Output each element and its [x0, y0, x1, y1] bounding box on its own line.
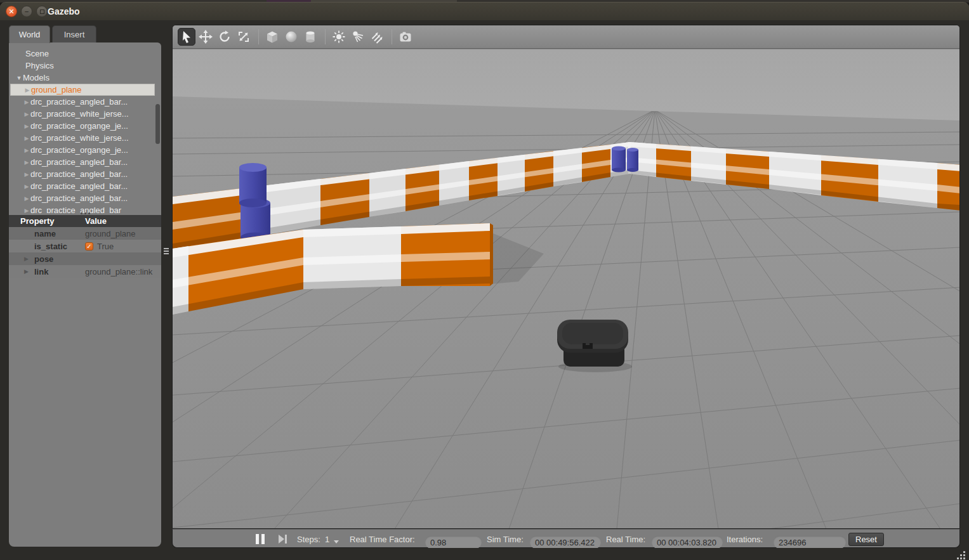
step-button[interactable]	[279, 530, 287, 549]
screenshot-tool[interactable]	[397, 28, 414, 46]
model-tree: Scene Physics ▼ Models ▶ground_plane ▶dr…	[9, 42, 161, 213]
tree-item-model[interactable]: ▶drc_practice_angled_bar...	[10, 180, 155, 192]
spot-light-tool[interactable]	[349, 28, 367, 46]
maximize-button[interactable]	[36, 6, 48, 17]
tree-item-model[interactable]: ▶drc_practice_organge_je...	[10, 144, 155, 156]
sphere-icon	[284, 30, 298, 44]
chevron-right-icon[interactable]: ▶	[23, 183, 30, 190]
cylinder-shape-tool[interactable]	[301, 28, 319, 46]
cube-icon	[265, 30, 279, 44]
chevron-right-icon[interactable]: ▶	[23, 111, 30, 117]
chevron-down-icon[interactable]: ▼	[15, 75, 23, 81]
model-robot[interactable]	[557, 320, 632, 372]
steps-value[interactable]: 1	[325, 530, 329, 549]
tree-item-physics[interactable]: Physics	[10, 60, 155, 72]
steps-spinner-arrow[interactable]	[331, 530, 339, 549]
sun-icon	[332, 30, 346, 44]
tree-item-model[interactable]: ▶drc_practice_white_jerse...	[10, 108, 155, 120]
window-bottom-strip	[0, 548, 969, 560]
cursor-arrow-icon	[183, 31, 190, 43]
chevron-right-icon[interactable]: ▶	[23, 87, 31, 93]
property-row-pose[interactable]: ▶pose	[9, 252, 161, 265]
minimize-button[interactable]: –	[21, 6, 32, 17]
tree-item-model[interactable]: ▶drc_practice_white_jerse...	[10, 132, 155, 144]
select-tool[interactable]	[178, 28, 195, 46]
tree-item-model[interactable]: ▶drc_practice_angled_bar...	[10, 156, 155, 168]
spot-light-icon	[351, 30, 365, 44]
chevron-right-icon[interactable]: ▶	[23, 171, 30, 178]
tab-insert[interactable]: Insert	[52, 25, 96, 43]
property-row-link[interactable]: ▶link ground_plane::link	[9, 265, 161, 278]
gazebo-window: ✕ – Gazebo World Insert Scene Physics ▼ …	[0, 2, 969, 560]
toolbar-separator	[258, 29, 259, 44]
pause-button[interactable]	[256, 530, 265, 549]
chevron-right-icon[interactable]: ▶	[23, 123, 30, 129]
chevron-right-icon[interactable]: ▶	[23, 99, 30, 105]
point-light-tool[interactable]	[330, 28, 348, 46]
vertical-splitter-handle[interactable]	[164, 245, 170, 257]
scale-icon	[237, 30, 251, 44]
property-table-header: Property Value	[9, 215, 161, 227]
directional-light-icon	[370, 30, 384, 44]
cylinder-icon	[303, 30, 317, 44]
property-row-is-static[interactable]: is_static ✓ True	[9, 240, 161, 252]
checkbox-checked-icon[interactable]: ✓	[85, 242, 93, 251]
scale-tool[interactable]	[235, 28, 253, 46]
tree-item-model[interactable]: ▶drc_practice_angled_bar...	[10, 96, 155, 108]
render-toolbar	[173, 25, 959, 49]
tree-item-models[interactable]: ▼ Models	[10, 72, 155, 84]
chevron-right-icon[interactable]: ▶	[24, 256, 34, 262]
scene-render-area[interactable]	[173, 49, 960, 529]
iterations-label: Iterations:	[727, 530, 763, 549]
model-drum-corner[interactable]	[612, 147, 638, 173]
rotate-tool[interactable]	[216, 28, 234, 46]
property-row-name[interactable]: name ground_plane	[9, 227, 161, 240]
chevron-right-icon[interactable]: ▶	[23, 195, 30, 202]
directional-light-tool[interactable]	[368, 28, 386, 46]
window-title: Gazebo	[48, 6, 80, 16]
tree-item-model[interactable]: ▶drc_practice_organge_je...	[10, 120, 155, 132]
camera-icon	[399, 30, 412, 44]
tree-item-scene[interactable]: Scene	[10, 48, 155, 60]
toolbar-separator	[325, 29, 326, 44]
tree-item-model[interactable]: ▶drc_practice_angled_bar...	[10, 168, 155, 180]
chevron-right-icon[interactable]: ▶	[23, 147, 30, 153]
resize-grip[interactable]	[955, 550, 965, 559]
close-button[interactable]: ✕	[6, 6, 17, 17]
tree-scrollbar-thumb[interactable]	[155, 104, 160, 144]
simulation-statusbar: Steps: 1 Real Time Factor: 0.98 Sim Time…	[172, 529, 960, 548]
chevron-right-icon[interactable]: ▶	[24, 268, 34, 275]
chevron-right-icon[interactable]: ▶	[23, 135, 30, 141]
property-table: Property Value name ground_plane is_stat…	[9, 215, 161, 278]
model-drum-stack[interactable]	[239, 163, 270, 242]
tree-item-model[interactable]: ▶drc_practice_angled_bar...	[10, 192, 155, 204]
screen: ✕ – Gazebo World Insert Scene Physics ▼ …	[0, 0, 969, 560]
reset-button[interactable]: Reset	[848, 533, 884, 546]
rotate-icon	[218, 30, 232, 44]
chevron-right-icon[interactable]: ▶	[23, 159, 30, 166]
titlebar: ✕ – Gazebo	[0, 2, 969, 20]
move-icon	[199, 30, 213, 44]
real-time-label: Real Time:	[606, 530, 645, 549]
translate-tool[interactable]	[197, 28, 214, 46]
sphere-shape-tool[interactable]	[282, 28, 300, 46]
rtf-label: Real Time Factor:	[350, 530, 415, 549]
render-viewport[interactable]	[172, 25, 960, 529]
world-panel: Scene Physics ▼ Models ▶ground_plane ▶dr…	[9, 42, 161, 547]
reset-button-wrap: Reset	[848, 530, 884, 549]
tree-item-ground-plane[interactable]: ▶ground_plane	[10, 84, 155, 96]
steps-label: Steps:	[297, 530, 320, 549]
toolbar-separator	[392, 29, 392, 44]
box-shape-tool[interactable]	[263, 28, 281, 46]
scene-3d[interactable]	[173, 49, 960, 529]
tab-world[interactable]: World	[9, 25, 50, 43]
sim-time-label: Sim Time:	[487, 530, 524, 549]
